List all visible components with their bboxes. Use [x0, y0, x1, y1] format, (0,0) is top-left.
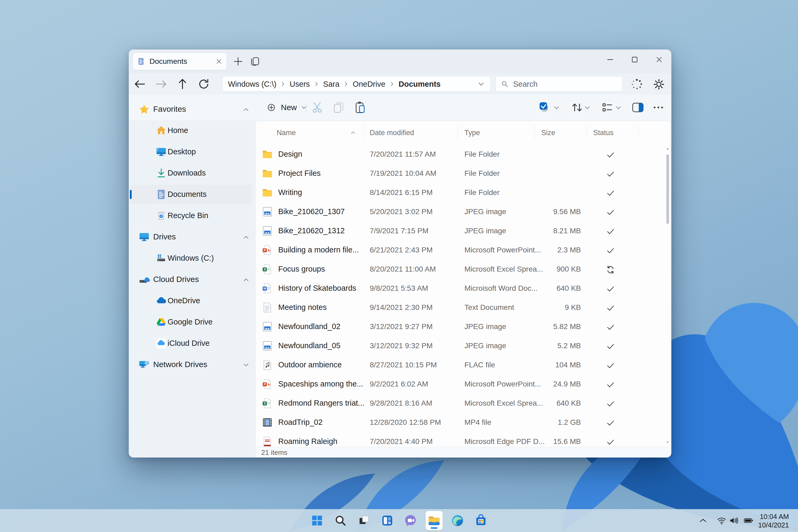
column-header-date[interactable]: Date modified: [370, 129, 414, 137]
chevron-down-icon[interactable]: [477, 80, 485, 88]
chevron-up-icon[interactable]: [243, 277, 249, 283]
table-row[interactable]: Roaming Raleigh7/20/2021 4:40 PMMicrosof…: [256, 432, 670, 447]
table-row[interactable]: Outdoor ambience8/27/2021 10:15 PMFLAC f…: [256, 355, 670, 375]
table-row[interactable]: Bike_210620_13127/9/2021 7:15 PMJPEG ima…: [256, 221, 670, 241]
paste-icon[interactable]: [354, 100, 367, 114]
taskbar-start-button[interactable]: [308, 511, 326, 530]
select-all-icon[interactable]: [538, 100, 552, 114]
scrollbar[interactable]: [666, 147, 670, 444]
file-size: 24.9 MB: [522, 380, 581, 388]
chevron-up-icon[interactable]: [243, 106, 249, 113]
chevron-down-icon[interactable]: [553, 104, 560, 111]
breadcrumb-segment[interactable]: Sara: [323, 80, 339, 89]
column-divider[interactable]: [587, 125, 587, 140]
taskbar-store-button[interactable]: [472, 511, 490, 530]
battery-icon[interactable]: [743, 515, 753, 526]
taskbar-widgets-button[interactable]: [379, 511, 396, 530]
synced-check-icon: [605, 169, 616, 179]
tab-list-icon[interactable]: [249, 55, 261, 68]
gear-icon[interactable]: [652, 78, 666, 91]
new-button[interactable]: New: [261, 99, 312, 116]
taskbar-task-view-button[interactable]: [355, 511, 373, 530]
sidebar-item-downloads[interactable]: Downloads: [129, 163, 256, 184]
table-row[interactable]: Bike_210620_13075/20/2021 3:02 PMJPEG im…: [256, 202, 670, 221]
sidebar-item-home[interactable]: Home: [129, 120, 256, 141]
up-icon[interactable]: [175, 77, 189, 91]
new-tab-icon[interactable]: [232, 55, 244, 68]
sidebar-item-windows-c-[interactable]: Windows (C:): [129, 248, 256, 269]
scrollbar-thumb[interactable]: [666, 154, 669, 224]
synced-check-icon: [605, 150, 616, 160]
chevron-down-icon[interactable]: [615, 104, 622, 111]
see-more-icon[interactable]: [651, 100, 665, 114]
breadcrumb-segment[interactable]: Windows (C:\): [228, 80, 277, 89]
synced-check-icon: [605, 226, 616, 237]
sidebar-item-desktop[interactable]: Desktop: [129, 141, 256, 163]
sidebar-section-favorites[interactable]: Favorites: [129, 99, 256, 120]
sidebar-section-network-drives[interactable]: Network Drives: [129, 354, 256, 375]
forward-icon[interactable]: [154, 77, 168, 91]
file-name: Outdoor ambience: [278, 360, 342, 369]
search-box[interactable]: [496, 76, 623, 92]
file-name: Design: [278, 150, 302, 158]
breadcrumb-segment[interactable]: Users: [290, 80, 310, 89]
table-row[interactable]: PBuilding a modern file...6/21/2021 2:43…: [256, 241, 670, 260]
breadcrumb-segment[interactable]: OneDrive: [353, 80, 385, 89]
details-pane-icon[interactable]: [631, 100, 645, 114]
table-row[interactable]: Design7/20/2021 11:57 AMFile Folder: [256, 145, 670, 164]
taskbar-clock[interactable]: 10:04 AM 10/4/2021: [758, 512, 789, 529]
taskbar-edge-button[interactable]: [449, 511, 466, 530]
minimize-button[interactable]: [598, 50, 623, 70]
sidebar-item-icloud-drive[interactable]: iCloud Drive: [129, 333, 256, 354]
column-header-type[interactable]: Type: [464, 129, 480, 137]
breadcrumb[interactable]: Windows (C:\)UsersSaraOneDriveDocuments: [222, 76, 491, 92]
table-row[interactable]: Meeting notes9/14/2021 2:30 PMText Docum…: [256, 298, 670, 317]
copy-icon[interactable]: [332, 100, 346, 114]
chevron-down-icon[interactable]: [584, 104, 591, 111]
column-header-status[interactable]: Status: [593, 129, 614, 137]
breadcrumb-segment[interactable]: Documents: [399, 80, 441, 89]
taskbar-file-explorer-button[interactable]: [425, 511, 443, 530]
explorer-tab[interactable]: Documents: [133, 53, 227, 70]
table-row[interactable]: PSpaceships among the...9/2/2021 6:02 AM…: [256, 375, 670, 394]
table-row[interactable]: XRedmond Rangers triat...9/28/2021 8:16 …: [256, 394, 670, 413]
table-row[interactable]: RoadTrip_0212/28/2020 12:58 PMMP4 file1.…: [256, 413, 670, 432]
tray-chevron-up-icon[interactable]: [698, 515, 708, 526]
table-row[interactable]: Project Files7/19/2021 10:04 AMFile Fold…: [256, 164, 670, 183]
column-divider[interactable]: [535, 125, 535, 140]
tab-close-icon[interactable]: [215, 57, 223, 65]
sidebar-item-google-drive[interactable]: Google Drive: [129, 311, 256, 333]
sort-icon[interactable]: [570, 100, 584, 114]
scroll-down-icon[interactable]: [666, 440, 670, 444]
table-row[interactable]: Newfoundland_053/12/2021 9:32 PMJPEG ima…: [256, 336, 670, 355]
sidebar-section-cloud-drives[interactable]: Cloud Drives: [129, 269, 256, 290]
table-row[interactable]: WHistory of Skateboards9/8/2021 5:53 AMM…: [256, 279, 670, 298]
wifi-icon[interactable]: [717, 515, 727, 526]
taskbar-chat-button[interactable]: [402, 511, 419, 530]
back-icon[interactable]: [133, 77, 147, 91]
column-divider[interactable]: [457, 125, 458, 140]
scroll-up-icon[interactable]: [666, 147, 670, 151]
sidebar-item-documents[interactable]: Documents: [129, 184, 256, 205]
taskbar-search-button[interactable]: [332, 511, 349, 530]
table-row[interactable]: Newfoundland_023/12/2021 9:27 PMJPEG ima…: [256, 317, 670, 336]
table-row[interactable]: Writing8/14/2021 6:15 PMFile Folder: [256, 183, 670, 202]
cut-icon[interactable]: [311, 100, 324, 114]
sidebar-section-drives[interactable]: Drives: [129, 226, 256, 248]
search-input[interactable]: [513, 80, 609, 89]
chevron-up-icon[interactable]: [243, 234, 249, 241]
column-header-name[interactable]: Name: [277, 129, 296, 137]
sidebar-item-onedrive[interactable]: OneDrive: [129, 290, 256, 311]
view-icon[interactable]: [600, 100, 614, 114]
file-date-modified: 6/21/2021 2:43 PM: [370, 246, 433, 254]
column-divider[interactable]: [364, 125, 365, 140]
column-header-size[interactable]: Size: [541, 129, 555, 137]
chevron-down-icon[interactable]: [243, 361, 249, 368]
volume-icon[interactable]: [729, 515, 739, 526]
refresh-icon[interactable]: [197, 77, 211, 91]
table-row[interactable]: XFocus groups8/20/2021 11:00 AMMicrosoft…: [256, 260, 670, 279]
sidebar-item-recycle-bin[interactable]: Recycle Bin: [129, 205, 256, 226]
maximize-button[interactable]: [623, 50, 647, 70]
file-date-modified: 7/19/2021 10:04 AM: [370, 169, 437, 178]
close-button[interactable]: [647, 50, 671, 70]
